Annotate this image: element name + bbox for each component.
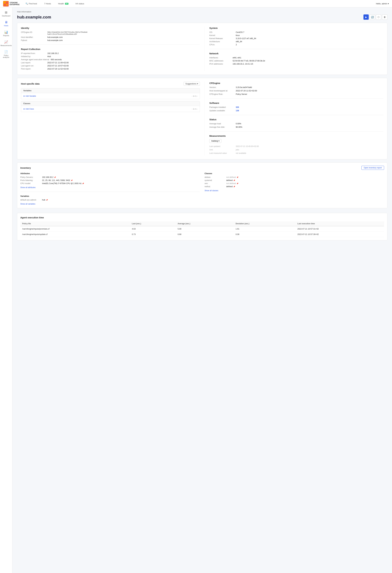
pin-icon: 📌 [233, 186, 235, 187]
sidebar: ⊞ Dashboard 🖥 Hosts 📊 Reports 📈 Measurem… [0, 7, 12, 573]
systemd-label: systemd: [205, 179, 225, 181]
user-menu-button[interactable]: Hello, admin ▾ [376, 2, 389, 5]
hub-title: hub.example.com [17, 15, 51, 19]
logo-icon [3, 1, 9, 6]
hub-info-grid: Identity CFEngine ID: SHA=33deb834c1b1f8… [21, 27, 383, 71]
pin-icon: 📌 [46, 199, 48, 201]
pin-icon: 📌 [54, 177, 56, 178]
updates-value[interactable]: 138 [236, 109, 239, 112]
redhat-row: redhat: defined 📌 [205, 185, 384, 188]
left-info-col: Identity CFEngine ID: SHA=33deb834c1b1f8… [21, 27, 200, 71]
classes-header: Classes [21, 101, 200, 106]
first-report-row: First report: 2022-07-20 11:52+02:00 [21, 68, 200, 70]
sidebar-item-measurements[interactable]: 📈 Measurements [0, 39, 12, 48]
interfaces-label: Interfaces: [209, 57, 231, 59]
initiated-row: Initiated by: Hub [21, 55, 200, 58]
ipv4-value: 192.168.33.2, 10.0.2.15 [233, 63, 253, 65]
last-updated-label: Last updated: [209, 145, 234, 147]
ports-label: Ports listening: [20, 179, 40, 181]
initiated-value: Hub [47, 55, 51, 58]
add-variable-button[interactable]: ⊕ Add Variable [23, 95, 36, 97]
last-updated-value: 2022-07-21 10:45:00+02:00 [236, 145, 259, 147]
health-button[interactable]: Health OK [57, 2, 70, 5]
run-button[interactable]: ▶ [363, 15, 369, 20]
share-button[interactable]: ⬡ [376, 15, 381, 20]
suggestions-button[interactable]: Suggestions ▾ [184, 82, 200, 86]
mac-row: MAC addresses: 52:54:00:4d:77:d3, 08:00:… [209, 60, 383, 62]
ha-status-button[interactable]: HA status [74, 2, 86, 5]
hosts-count-button[interactable]: 7 Hosts [43, 2, 52, 5]
os-label: OS: [209, 31, 234, 33]
deviation-cell: 1.91 [234, 226, 296, 232]
ip-row: IP reported from: 192.168.33.2 [21, 52, 200, 54]
average-cell: 0.68 [176, 232, 234, 237]
kernel-value: linux [236, 34, 240, 36]
packages-value[interactable]: 326 [236, 106, 239, 108]
last-cell: 4.63 [130, 226, 176, 232]
sidebar-item-label: Dashboard [2, 15, 10, 17]
prev-page-arrow[interactable]: ‹ [192, 95, 193, 97]
classes-title: Classes [205, 172, 384, 175]
avg-disk-row: Average free disk: 90.00% [209, 126, 383, 128]
kernel-row: Kernel: linux [209, 34, 383, 36]
sidebar-item-reports[interactable]: 📊 Reports [0, 29, 12, 38]
svg-rect-0 [4, 2, 6, 3]
xen-row: xen: not defined 📌 [205, 182, 384, 184]
average-cell: 5.00 [176, 226, 234, 232]
sidebar-item-hosts[interactable]: 🖥 Hosts [0, 19, 12, 28]
packages-row: Packages installed: 326 [209, 106, 383, 108]
col-deviation: Deviation (sec.) [234, 221, 296, 226]
health-badge: OK [65, 3, 69, 5]
main-content: Hub information hub.example.com ▶ 🔄 ⬡ 🗑 … [12, 7, 392, 573]
sidebar-item-dashboard[interactable]: ⊞ Dashboard [0, 9, 12, 18]
search-icon: 🔍 [25, 2, 28, 5]
refresh-button[interactable]: 🔄 [370, 15, 375, 20]
plus-icon: ⊕ [23, 95, 25, 97]
agent-execution-section: Agent execution time Policy file Last (s… [17, 213, 387, 240]
add-class-button[interactable]: ⊕ Add Class [23, 108, 34, 110]
agent-execution-title: Agent execution time [20, 216, 384, 219]
delete-button[interactable]: 🗑 [382, 15, 387, 20]
uqhost-row: default.sys.uqhost: hub 📌 [20, 199, 200, 201]
policy-servers-row: Policy Servers: 192.168.33.2 📌 [20, 176, 200, 178]
next-page-arrow[interactable]: › [197, 108, 197, 110]
find-host-button[interactable]: 🔍 Find host [24, 2, 38, 5]
show-all-classes-link[interactable]: Show all classes [205, 190, 218, 192]
right-info-col: System OS: CentOS 7 Kernel: linux Kernel… [205, 27, 383, 71]
variables-pagination: ‹ 1 / 1 › [192, 95, 197, 97]
cf-version-label: Version: [209, 86, 234, 89]
first-report-value: 2022-07-20 11:52+02:00 [47, 68, 69, 70]
cpu-model-row: CPU model: Intel(R) Core(TM) i7-9750H CP… [20, 182, 200, 184]
kernel-release-value: 3.10.0-1127.el7.x86_64 [236, 37, 256, 40]
cf-bootstrapped-label: Host bootstrapped at: [209, 90, 234, 92]
next-page-arrow[interactable]: › [197, 95, 197, 97]
host-identifier-value: hub.example.com [47, 36, 63, 38]
debian-row: debian: not defined 📌 [205, 176, 384, 178]
pin-icon: 📌 [82, 183, 84, 184]
last-time-cell: 2022-07-21 10:57:30+02 [296, 232, 384, 237]
kernel-release-row: Kernel Release: 3.10.0-1127.el7.x86_64 [209, 37, 383, 40]
prev-page-arrow[interactable]: ‹ [192, 108, 193, 110]
app-logo: CFENGINEENTERPRISE [3, 1, 19, 6]
sidebar-item-policy-analyzer[interactable]: 📄 Policy analyzer [0, 49, 12, 60]
xen-value: not defined 📌 [226, 182, 238, 184]
chevron-down-icon: ▾ [218, 140, 219, 142]
show-all-variables-link[interactable]: Show all variables [20, 203, 36, 205]
sidebar-item-label: Measurements [0, 45, 12, 46]
loadavg-dropdown-button[interactable]: loadavg ▾ [209, 139, 221, 143]
col-policy: Policy file [20, 221, 130, 226]
dashboard-icon: ⊞ [5, 11, 7, 14]
last-report-row: Last report: 2022-07-21 11:00+02:00 [21, 62, 200, 64]
show-all-attributes-link[interactable]: Show all attributes [20, 186, 36, 189]
cf-bootstrapped-row: Host bootstrapped at: 2022-07-20 11:52+0… [209, 90, 383, 92]
avg-disk-value: 90.00% [236, 126, 242, 128]
updates-label: Updates available: [209, 109, 234, 112]
cfengine-id-label: CFEngine ID: [21, 31, 46, 33]
inventory-grid: Attributes Policy Servers: 192.168.33.2 … [20, 172, 384, 205]
open-inventory-report-button[interactable]: Open inventory report [361, 166, 384, 170]
initiated-label: Initiated by: [21, 55, 46, 58]
cpu-model-value: Intel(R) Core(TM) i7-9750H CPU @ 2.60G H… [42, 182, 84, 184]
systemd-row: systemd: defined 📌 [205, 179, 384, 181]
variables-header: Variables [21, 88, 200, 93]
avg-interval-value: 693 seconds [51, 58, 62, 61]
